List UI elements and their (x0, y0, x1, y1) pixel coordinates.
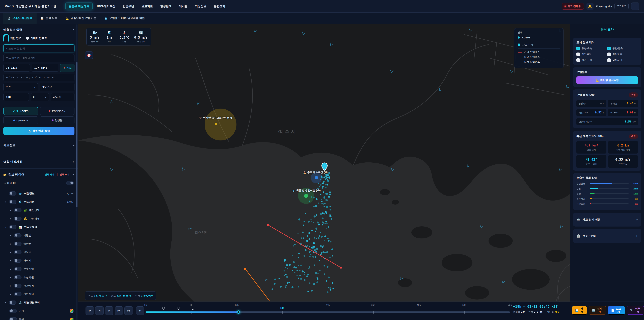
model-chip-opendrift[interactable]: OpenDrift (3, 116, 38, 124)
layer-toggle[interactable] (14, 284, 22, 288)
tree-caret-icon[interactable]: ▶ (10, 285, 12, 287)
logout-button[interactable]: 로그아웃 (614, 3, 628, 9)
nav-item-3[interactable]: 보고자료 (138, 3, 156, 10)
timeline-handle[interactable] (237, 310, 240, 314)
model-chip-앙상블[interactable]: 앙상블 (40, 116, 74, 124)
nav-item-7[interactable]: 통합조회 (211, 3, 228, 10)
report-button[interactable]: 📄보고서 (608, 306, 625, 315)
timeline-label-12h[interactable]: 12h (234, 304, 238, 306)
fast-forward-button[interactable]: ▶▶ (115, 306, 123, 315)
layer-toggle[interactable] (10, 317, 17, 320)
nav-item-6[interactable]: 기상정보 (192, 3, 209, 10)
layer-toggle[interactable] (14, 275, 22, 279)
layers-collapse-caret-icon[interactable]: ▼ (72, 173, 74, 176)
amount-input[interactable] (3, 93, 29, 101)
tree-caret-icon[interactable]: ▶ (10, 276, 12, 278)
oil-type-select[interactable]: 벙커C유▼ (40, 83, 74, 91)
incident-active-badge[interactable]: 사고 진행중 (562, 3, 584, 10)
sidebar-section-0[interactable]: 사고정보▶ (0, 139, 78, 152)
checkbox-checked-icon[interactable]: ✓ (576, 47, 580, 50)
timeline-track[interactable] (146, 311, 510, 313)
timeline-slider[interactable]: 0h6h12h18h24h36h48h60h72h (146, 302, 510, 320)
tree-caret-icon[interactable]: ▶ (10, 218, 12, 220)
display-check-3[interactable]: 민감자원 (607, 53, 638, 56)
fence-deploy-marker-icon[interactable] (162, 307, 165, 310)
run-prediction-button[interactable]: 🔬확산예측 실행 (3, 127, 74, 135)
skip-end-button[interactable]: ▶▮ (124, 306, 133, 315)
all-layers-toggle[interactable] (66, 181, 74, 185)
latitude-input[interactable] (3, 64, 30, 72)
layer-toggle[interactable] (14, 292, 22, 296)
recenter-target-button[interactable]: 🎯 (85, 51, 93, 59)
layer-toggle[interactable] (14, 259, 22, 263)
layer-style-icon[interactable] (70, 318, 74, 320)
all-layers-off-button[interactable]: 전체 끄기 (58, 172, 71, 177)
timeline-label-72h[interactable]: 72h (508, 304, 512, 306)
display-check-4[interactable]: 시간 표시 (576, 58, 607, 62)
nav-item-0[interactable]: 유출유 확산예측 (66, 3, 92, 10)
checkbox-checked-icon[interactable]: ✓ (607, 47, 611, 50)
layer-toggle[interactable] (14, 217, 22, 221)
map-marker-label-0[interactable]: 🦅여자만 습지보호구역 (6h) (199, 116, 232, 119)
display-check-2[interactable]: 해안부착 (576, 53, 607, 56)
backtrack-button[interactable]: 🔍역추적 (627, 306, 644, 315)
checkbox-icon[interactable] (576, 53, 580, 56)
sidebar-scrollbar-thumb[interactable] (76, 62, 78, 207)
collapse-caret-icon[interactable]: ▼ (72, 29, 74, 31)
tree-caret-icon[interactable]: ▼ (4, 226, 7, 228)
layer-toggle[interactable] (9, 225, 16, 229)
ship-spec-card[interactable]: 🚢 사고 선박 제원 ▶ (573, 213, 641, 226)
tab-0[interactable]: 🔬유출유 확산분석 (3, 13, 36, 24)
map-canvas[interactable]: 여수시화양면 🦅여자만 습지보호구역 (6h)🏖️종포 해수욕장 (1h)🐟국동… (78, 24, 570, 301)
checkbox-icon[interactable] (607, 53, 611, 56)
menu-icon[interactable]: ☰ (631, 3, 639, 10)
sidebar-section-1[interactable]: 영향 민감자원▶ (0, 155, 78, 168)
timeline-label-6h[interactable]: 6h (190, 304, 192, 306)
longitude-input[interactable] (32, 64, 58, 72)
tree-caret-icon[interactable]: ▶ (10, 251, 12, 253)
timeline-label-36h[interactable]: 36h (371, 304, 375, 306)
tree-caret-icon[interactable]: ▼ (4, 201, 7, 203)
pick-on-map-button[interactable]: 📍지도 (60, 64, 74, 72)
tree-caret-icon[interactable]: ▶ (10, 260, 12, 262)
layer-toggle[interactable] (10, 309, 17, 313)
layer-style-icon[interactable] (70, 309, 74, 312)
owner-insurance-card[interactable]: 🏢 선주 / 보험 ▶ (573, 229, 641, 243)
playback-speed-button[interactable]: 1× (136, 306, 144, 315)
model-chip-poseidon[interactable]: POSEIDON (40, 107, 74, 115)
layer-toggle[interactable] (9, 191, 16, 195)
checkbox-icon[interactable] (576, 58, 580, 62)
play-button[interactable]: ▶ (105, 306, 113, 315)
incident-list-input[interactable] (3, 54, 74, 62)
tree-caret-icon[interactable]: ▶ (10, 235, 12, 236)
display-check-0[interactable]: ✓유향/유속 (576, 47, 607, 50)
skip-start-button[interactable]: ▮◀ (86, 306, 94, 315)
tab-2[interactable]: 📐유출유확산모델 이론 (62, 13, 100, 24)
display-check-1[interactable]: ✓풍향/풍속 (607, 47, 638, 50)
checkbox-icon[interactable] (607, 58, 611, 62)
fence-deploy-marker-icon[interactable] (177, 307, 180, 310)
layer-toggle[interactable] (14, 267, 22, 271)
layer-toggle[interactable] (14, 242, 22, 246)
timeline-label-24h[interactable]: 24h (326, 304, 330, 306)
map-marker-label-2[interactable]: 🐟국동 전복 양식장 (3h) (292, 189, 320, 192)
bell-icon[interactable]: 🔔 (586, 3, 594, 10)
tree-caret-icon[interactable]: ▶ (10, 293, 12, 295)
model-chip-kosps[interactable]: ✓KOSPS (3, 107, 38, 115)
layer-toggle[interactable] (9, 200, 16, 204)
nav-item-5[interactable]: 게시판 (176, 3, 190, 10)
timeline-label-60h[interactable]: 60h (462, 304, 466, 306)
tree-caret-icon[interactable]: ▶ (10, 209, 12, 211)
polygon-analysis-button[interactable]: 📐다각형 분석수행 (576, 76, 638, 84)
incident-name-input[interactable] (3, 45, 74, 52)
layer-toggle[interactable] (14, 233, 22, 237)
recalculate-button[interactable]: 🔄재계산 (589, 306, 606, 315)
nav-item-2[interactable]: 긴급구난 (120, 3, 137, 10)
tree-caret-icon[interactable]: ▶ (10, 268, 12, 270)
timeline-label-48h[interactable]: 48h (417, 304, 420, 306)
layer-toggle[interactable] (9, 300, 16, 304)
nav-item-4[interactable]: 항공탐색 (157, 3, 174, 10)
layer-toggle[interactable] (14, 250, 22, 254)
tree-caret-icon[interactable]: ▼ (4, 302, 7, 303)
save-button[interactable]: 💾저장 (572, 306, 587, 315)
